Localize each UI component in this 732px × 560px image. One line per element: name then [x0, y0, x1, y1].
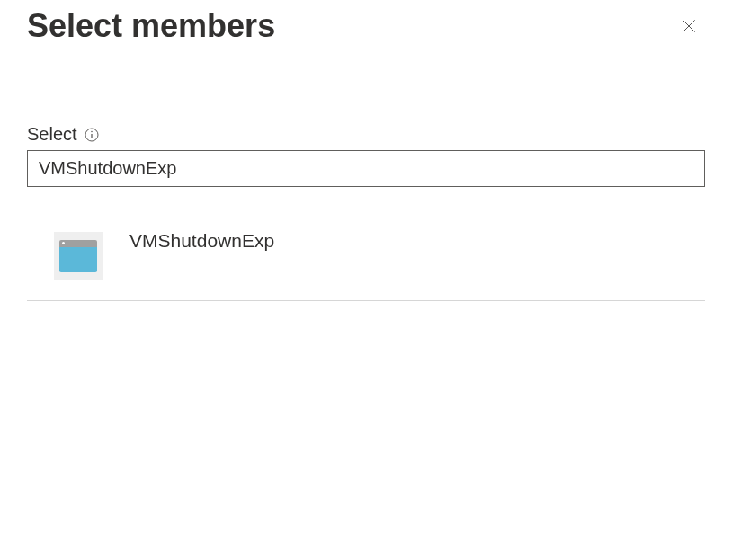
svg-point-3: [91, 130, 93, 132]
close-icon: [680, 17, 698, 35]
panel-title: Select members: [27, 7, 275, 45]
select-field-label: Select: [27, 124, 77, 145]
content-area: Select VMS: [27, 124, 705, 301]
result-item[interactable]: VMShutdownExp: [27, 232, 705, 300]
result-item-name: VMShutdownExp: [129, 230, 274, 252]
select-search-input[interactable]: [27, 150, 705, 187]
panel-header: Select members: [27, 0, 705, 45]
info-icon[interactable]: [85, 128, 99, 142]
results-divider: [27, 300, 705, 301]
field-label-row: Select: [27, 124, 705, 145]
application-icon: [54, 232, 103, 280]
close-button[interactable]: [673, 10, 705, 42]
results-list: VMShutdownExp: [27, 232, 705, 301]
